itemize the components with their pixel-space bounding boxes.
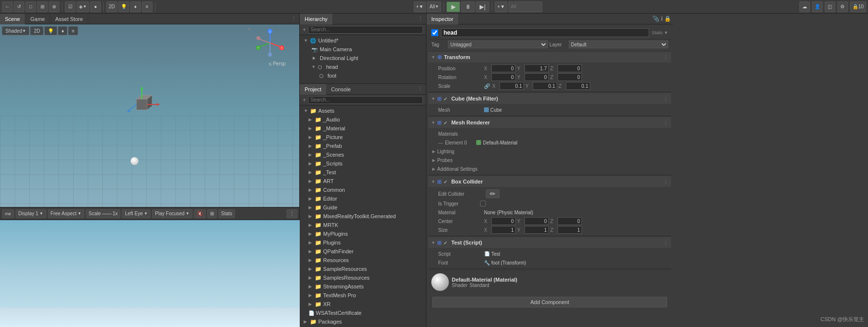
asset-scenes[interactable]: ▶ 📁 _Scenes (300, 150, 426, 159)
cloud-btn[interactable]: ☁ (799, 1, 810, 12)
aspect-select[interactable]: Free Aspect ▼ (48, 209, 84, 218)
is-trigger-checkbox[interactable] (480, 201, 486, 206)
asset-wsacert[interactable]: 📄 WSATestCertificate (300, 308, 426, 317)
transform-tool[interactable]: ← (2, 1, 13, 12)
asset-material[interactable]: ▶ 📁 _Material (300, 124, 426, 133)
asset-streaming[interactable]: ▶ 📁 StreamingAssets (300, 282, 426, 291)
center-y-input[interactable] (524, 217, 549, 225)
tab-asset-store[interactable]: Asset Store (50, 14, 88, 24)
asset-mrtk[interactable]: ▶ 📁 MRTK (300, 221, 426, 229)
tab-project[interactable]: Project (300, 84, 326, 95)
hierarchy-item-head[interactable]: ▼ ⬡ head (300, 62, 426, 71)
project-menu-btn[interactable]: ⋮ (415, 86, 426, 92)
tab-inspector[interactable]: Inspector (426, 14, 458, 24)
additional-settings-collapsible[interactable]: ▶ Additional Settings (428, 164, 671, 173)
asset-mrtk-gen[interactable]: ▶ 📁 MixedRealityToolkit.Generated (300, 212, 426, 221)
boxcollider-menu[interactable]: ⋮ (663, 179, 668, 184)
add-component-btn[interactable]: Add Component (432, 297, 667, 307)
asset-plugins[interactable]: ▶ 📁 Plugins (300, 238, 426, 247)
inspector-bookmark-icon[interactable]: 📎 (653, 16, 659, 22)
asset-picture[interactable]: ▶ 📁 _Picture (300, 133, 426, 142)
search-box[interactable] (508, 1, 542, 12)
scene-move-handle[interactable]: ≡ (248, 26, 251, 32)
search-input[interactable] (511, 4, 540, 9)
scale-z-input[interactable] (566, 82, 590, 90)
tab-game[interactable]: Game (25, 14, 50, 24)
global-tool[interactable]: ☑ (65, 1, 76, 12)
stats-btn[interactable]: Stats (218, 209, 235, 218)
pos-x-input[interactable] (491, 64, 516, 72)
hierarchy-menu-btn[interactable]: ⋮ (415, 16, 426, 22)
inspector-lock-icon[interactable]: 🔒 (664, 16, 671, 22)
asset-guide[interactable]: ▶ 📁 Guide (300, 203, 426, 212)
asset-myplugins[interactable]: ▶ 📁 MyPlugins (300, 229, 426, 238)
center-z-input[interactable] (558, 217, 582, 225)
asset-qpathfinder[interactable]: ▶ 📁 QPathFinder (300, 247, 426, 256)
asset-sampleresources[interactable]: ▶ 📁 SampleResources (300, 265, 426, 273)
pos-z-input[interactable] (558, 64, 582, 72)
rot-x-input[interactable] (491, 73, 516, 81)
gizmo-cube[interactable]: Z X Y (255, 28, 285, 58)
rect-tool[interactable]: □ (25, 1, 36, 12)
project-search[interactable] (308, 96, 423, 104)
hierarchy-item-dirlight[interactable]: ☀ Directional Light (300, 54, 426, 62)
meshfilter-menu[interactable]: ⋮ (663, 96, 668, 102)
pause-button[interactable]: ⏸ (461, 1, 475, 12)
layer-select[interactable]: Default (569, 41, 669, 48)
scene-viewport[interactable]: Shaded ▼ 2D 💡 ♦ ≡ ≡ Z (0, 24, 299, 207)
probes-collapsible[interactable]: ▶ Probes (428, 156, 671, 164)
asset-samplesresources[interactable]: ▶ 📁 SamplesResources (300, 273, 426, 282)
asset-assets-root[interactable]: ▼ 📁 Assets (300, 106, 426, 115)
inspector-info-icon[interactable]: ℹ (661, 16, 663, 22)
layers-dropdown[interactable]: ◈ ▼ (77, 1, 89, 12)
tag-select[interactable]: Untagged (448, 41, 548, 48)
asset-art[interactable]: ▶ 📁 ART (300, 177, 426, 185)
testscript-menu[interactable]: ⋮ (663, 240, 668, 245)
asset-packages[interactable]: ▶ 📁 Packages (300, 317, 426, 326)
light-btn[interactable]: ● (90, 1, 101, 12)
edit-collider-btn[interactable]: ✏ (486, 189, 500, 198)
2d-view-btn[interactable]: 2D (30, 26, 43, 35)
2d-btn[interactable]: 2D (106, 1, 117, 12)
shading-btn[interactable]: Shaded ▼ (2, 26, 29, 35)
asset-textmesh[interactable]: ▶ 📁 TextMesh Pro (300, 291, 426, 300)
game-view-strip[interactable] (0, 220, 300, 327)
asset-test[interactable]: ▶ 📁 _Test (300, 168, 426, 177)
asset-editor[interactable]: ▶ 📁 Editor (300, 194, 426, 203)
settings-btn[interactable]: ⚙ (837, 1, 848, 12)
object-name-input[interactable] (441, 28, 649, 37)
snap-btn[interactable]: ♦ (130, 1, 141, 12)
lighting-collapsible[interactable]: ▶ Lighting (428, 147, 671, 156)
asset-scripts[interactable]: ▶ 📁 _Scripts (300, 159, 426, 168)
size-z-input[interactable] (558, 226, 582, 234)
add-btn[interactable]: +▼ (414, 1, 426, 12)
hierarchy-item-foot[interactable]: ⬡ foot (300, 71, 426, 80)
tab-hierarchy[interactable]: Hierarchy (300, 14, 332, 24)
lock-count[interactable]: 🔒 10 (850, 1, 866, 12)
snap2-btn[interactable]: ≡ (142, 1, 153, 12)
hierarchy-item-untitled[interactable]: ▼ 🌐 Untitled* (300, 36, 426, 45)
layers-btn[interactable]: ◫ (825, 1, 835, 12)
play-button[interactable]: ▶ (446, 1, 460, 12)
hierarchy-add-btn[interactable]: + (303, 26, 306, 33)
size-y-input[interactable] (524, 226, 549, 234)
asset-prefab[interactable]: ▶ 📁 _Prefab (300, 142, 426, 150)
scale-control[interactable]: Scale —— 1x (86, 209, 121, 218)
asset-common[interactable]: ▶ 📁 Common (300, 185, 426, 194)
object-active-checkbox[interactable] (431, 29, 438, 36)
hierarchy-item-maincamera[interactable]: 📷 Main Camera (300, 45, 426, 54)
game-view-btn[interactable]: me (2, 209, 14, 218)
lighting-btn[interactable]: 💡 (44, 26, 57, 35)
boxcollider-header[interactable]: ▼ ⊞ ✓ Box Collider ⋮ (428, 176, 671, 187)
tab-console[interactable]: Console (326, 84, 355, 95)
rotate-tool[interactable]: ↺ (14, 1, 24, 12)
asset-resources[interactable]: ▶ 📁 Resources (300, 256, 426, 265)
step-button[interactable]: ▶| (476, 1, 489, 12)
testscript-header[interactable]: ▼ ⊞ ✓ Test (Script) ⋮ (428, 237, 671, 248)
transform-header[interactable]: ▼ ⊕ Transform ⋮ (428, 52, 671, 62)
hierarchy-add[interactable]: +▼ (495, 1, 507, 12)
scale-y-input[interactable] (533, 82, 557, 90)
grid-tool[interactable]: ⊞ (37, 1, 48, 12)
scene-options-btn[interactable]: ⋮ (287, 209, 297, 218)
display-select[interactable]: Display 1 ▼ (16, 209, 46, 218)
